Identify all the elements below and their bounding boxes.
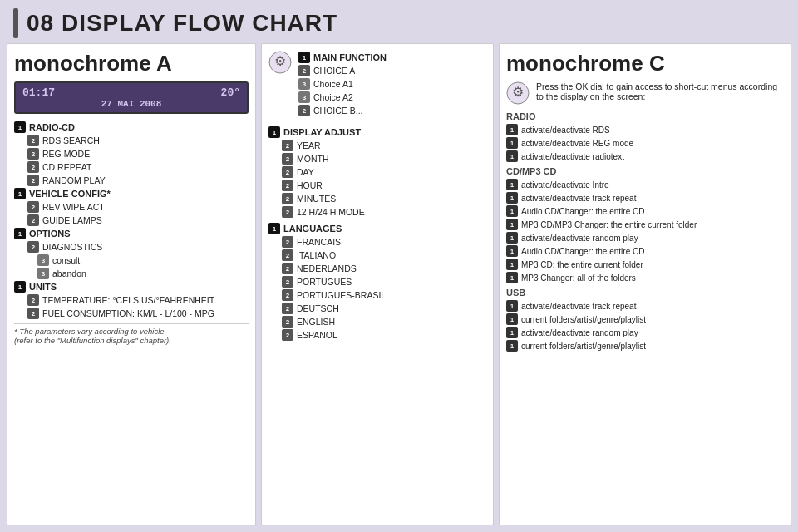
page-header: 08 DISPLAY FLOW CHART bbox=[0, 0, 798, 43]
section-label: DISPLAY ADJUST bbox=[283, 127, 361, 137]
item-label: MINUTES bbox=[297, 194, 336, 204]
section-badge: 1 bbox=[268, 223, 280, 234]
center-section: 1DISPLAY ADJUST2YEAR2MONTH2DAY2HOUR2MINU… bbox=[268, 126, 486, 219]
right-section-item: 1MP3 Changer: all of the folders bbox=[506, 271, 784, 284]
menu-item-label: REG MODE bbox=[42, 149, 90, 159]
gear-icon: ⚙ bbox=[268, 51, 292, 74]
section-label: LANGUAGES bbox=[283, 224, 342, 234]
right-section-title: USB bbox=[506, 288, 784, 298]
main-func-item: 3Choice A2 bbox=[298, 91, 387, 104]
item-label: MONTH bbox=[297, 154, 329, 164]
right-section-item: 1Audio CD/Changer: the entire CD bbox=[506, 244, 784, 258]
right-item-badge: 1 bbox=[506, 259, 518, 270]
center-section-item: 2MONTH bbox=[268, 152, 486, 165]
item-label: ENGLISH bbox=[297, 317, 335, 327]
left-menu-item: 2DIAGNOSTICS bbox=[14, 240, 249, 254]
page-title: 08 DISPLAY FLOW CHART bbox=[27, 10, 337, 37]
menu-badge: 1 bbox=[14, 121, 26, 133]
footnote-line1: * The parameters vary according to vehic… bbox=[14, 327, 249, 336]
item-badge: 2 bbox=[282, 303, 293, 314]
right-item-badge: 1 bbox=[506, 300, 518, 312]
right-section-item: 1MP3 CD: the entire current folder bbox=[506, 258, 784, 271]
center-section: 1LANGUAGES2FRANCAIS2ITALIANO2NEDERLANDS2… bbox=[268, 222, 486, 342]
item-label: ITALIANO bbox=[297, 250, 336, 260]
svg-text:⚙: ⚙ bbox=[274, 54, 286, 68]
right-section-item: 1Audio CD/Changer: the entire CD bbox=[506, 204, 784, 218]
right-item-badge: 1 bbox=[506, 232, 518, 244]
center-section-item: 2DAY bbox=[268, 165, 486, 179]
left-menu: 1RADIO-CD2RDS SEARCH2REG MODE2CD REPEAT2… bbox=[14, 121, 249, 320]
left-menu-item: 2CD REPEAT bbox=[14, 160, 249, 174]
main-func-label: CHOICE B... bbox=[313, 106, 363, 116]
main-func-label: Choice A2 bbox=[313, 92, 353, 102]
left-menu-item: 2REV WIPE ACT bbox=[14, 200, 249, 214]
footnote: * The parameters vary according to vehic… bbox=[14, 323, 249, 345]
menu-item-label: GUIDE LAMPS bbox=[42, 215, 102, 225]
center-section-item: 2MINUTES bbox=[268, 192, 486, 205]
left-menu-item: 2REG MODE bbox=[14, 147, 249, 160]
center-section-item: 2PORTUGUES bbox=[268, 275, 486, 288]
item-badge: 2 bbox=[282, 289, 293, 301]
right-section-item: 1activate/deactivate REG mode bbox=[506, 136, 784, 150]
section-badge: 1 bbox=[268, 126, 280, 138]
main-func-item: 2CHOICE B... bbox=[298, 104, 387, 117]
right-item-label: activate/deactivate radiotext bbox=[521, 152, 624, 161]
right-item-badge: 1 bbox=[506, 340, 518, 352]
panel-center: ⚙ 1MAIN FUNCTION2CHOICE A3Choice A13Choi… bbox=[261, 43, 494, 525]
right-sections: RADIO1activate/deactivate RDS1activate/d… bbox=[506, 111, 784, 352]
center-section-item: 2NEDERLANDS bbox=[268, 262, 486, 275]
item-label: ESPANOL bbox=[297, 330, 337, 340]
left-menu-item: 2RANDOM PLAY bbox=[14, 174, 249, 187]
right-item-label: activate/deactivate track repeat bbox=[521, 302, 636, 311]
svg-text:⚙: ⚙ bbox=[512, 85, 524, 99]
menu-badge: 2 bbox=[27, 148, 39, 160]
right-section-item: 1current folders/artist/genre/playlist bbox=[506, 339, 784, 352]
right-section-item: 1MP3 CD/MP3 Changer: the entire current … bbox=[506, 218, 784, 231]
menu-badge: 2 bbox=[27, 135, 39, 146]
center-section-item: 2PORTUGUES-BRASIL bbox=[268, 288, 486, 302]
monochrome-a-title: monochrome A bbox=[14, 51, 249, 76]
item-label: HOUR bbox=[297, 180, 323, 190]
right-section-item: 1current folders/artist/genre/playlist bbox=[506, 313, 784, 326]
main-func-label: Choice A1 bbox=[313, 79, 353, 89]
item-badge: 2 bbox=[282, 166, 293, 178]
item-badge: 2 bbox=[282, 276, 293, 288]
main-function-box: ⚙ 1MAIN FUNCTION2CHOICE A3Choice A13Choi… bbox=[268, 51, 486, 117]
right-item-badge: 1 bbox=[506, 137, 518, 149]
header-bar-decoration bbox=[13, 8, 18, 38]
right-section-item: 1activate/deactivate RDS bbox=[506, 123, 784, 136]
right-item-badge: 1 bbox=[506, 272, 518, 283]
item-label: YEAR bbox=[297, 140, 321, 150]
right-item-badge: 1 bbox=[506, 245, 518, 257]
center-section-item: 2FRANCAIS bbox=[268, 235, 486, 249]
left-menu-item: 2GUIDE LAMPS bbox=[14, 214, 249, 227]
item-label: 12 H/24 H MODE bbox=[297, 207, 365, 217]
right-item-label: current folders/artist/genre/playlist bbox=[521, 342, 646, 351]
menu-item-label: RANDOM PLAY bbox=[42, 175, 106, 185]
right-section: CD/MP3 CD1activate/deactivate Intro1acti… bbox=[506, 166, 784, 284]
menu-badge: 3 bbox=[37, 268, 49, 279]
main-func-badge: 2 bbox=[298, 65, 310, 76]
item-badge: 2 bbox=[282, 329, 293, 341]
center-section-item: 2ESPANOL bbox=[268, 328, 486, 342]
item-label: DAY bbox=[297, 167, 314, 177]
main-func-badge: 2 bbox=[298, 105, 310, 116]
menu-badge: 2 bbox=[27, 308, 39, 319]
right-item-label: activate/deactivate RDS bbox=[521, 126, 610, 135]
item-badge: 2 bbox=[282, 316, 293, 328]
right-section-item: 1activate/deactivate random play bbox=[506, 326, 784, 339]
right-item-badge: 1 bbox=[506, 192, 518, 204]
right-item-badge: 1 bbox=[506, 313, 518, 325]
lcd-temp: 20° bbox=[221, 86, 240, 99]
panel-monochrome-a: monochrome A 01:17 20° 27 MAI 2008 1RADI… bbox=[7, 43, 256, 525]
right-item-label: MP3 CD/MP3 Changer: the entire current f… bbox=[521, 220, 697, 229]
menu-badge: 1 bbox=[14, 281, 26, 293]
main-func-label: CHOICE A bbox=[313, 66, 355, 76]
menu-item-label: CD REPEAT bbox=[42, 162, 91, 172]
left-menu-item: 2RDS SEARCH bbox=[14, 134, 249, 147]
right-item-label: current folders/artist/genre/playlist bbox=[521, 315, 646, 324]
item-badge: 2 bbox=[282, 180, 293, 191]
menu-item-label: REV WIPE ACT bbox=[42, 202, 105, 212]
right-section: USB1activate/deactivate track repeat1cur… bbox=[506, 288, 784, 352]
right-item-badge: 1 bbox=[506, 124, 518, 135]
